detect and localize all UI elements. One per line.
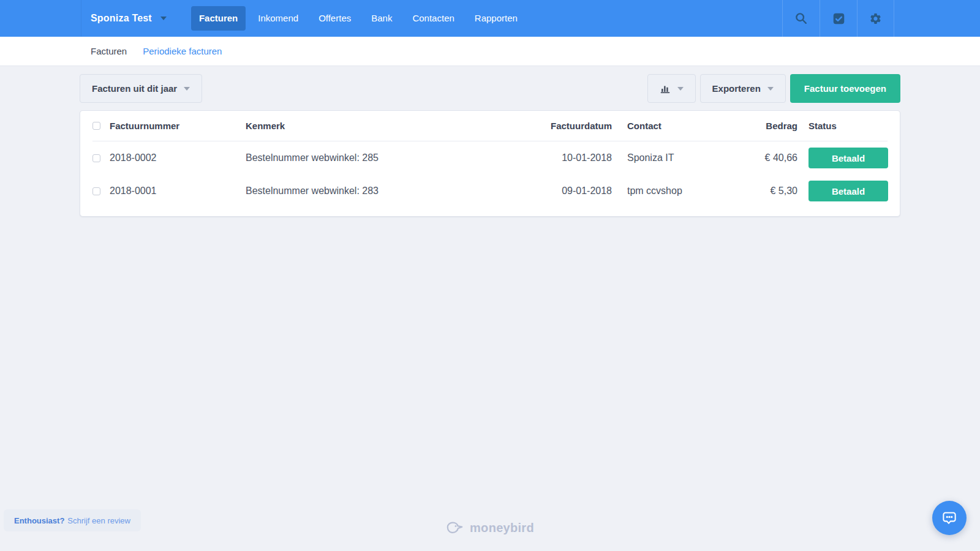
invoice-contact[interactable]: tpm ccvshop (612, 186, 756, 197)
chart-view-dropdown-button[interactable] (647, 74, 696, 103)
status-badge[interactable]: Betaald (809, 148, 888, 168)
row-checkbox[interactable] (92, 154, 100, 162)
toolbar: Facturen uit dit jaar Exporteren Factuur… (80, 74, 900, 103)
search-icon (794, 12, 808, 25)
check-square-icon (832, 12, 845, 25)
header-kenmerk: Kenmerk (246, 121, 545, 131)
chevron-down-icon (677, 87, 684, 91)
support-chat-button[interactable] (932, 501, 967, 535)
tab-contacten[interactable]: Contacten (404, 6, 462, 31)
table-row[interactable]: 2018-0001 Bestelnummer webwinkel: 283 09… (92, 174, 888, 208)
tab-facturen[interactable]: Facturen (191, 6, 246, 31)
export-label: Exporteren (712, 83, 761, 94)
settings-button[interactable] (857, 0, 894, 37)
tasks-button[interactable] (820, 0, 857, 37)
chevron-down-icon (160, 17, 167, 20)
top-navigation-bar: Sponiza Test Facturen Inkomend Offertes … (0, 0, 980, 37)
search-button[interactable] (782, 0, 820, 37)
header-contact: Contact (612, 121, 756, 131)
invoice-amount: € 5,30 (756, 186, 797, 197)
invoices-table-card: Factuurnummer Kenmerk Factuurdatum Conta… (80, 110, 900, 217)
chat-bubble-icon (940, 509, 959, 527)
invoice-number[interactable]: 2018-0002 (110, 152, 246, 163)
gear-icon (869, 12, 882, 25)
tab-rapporten[interactable]: Rapporten (467, 6, 526, 31)
invoice-amount: € 40,66 (756, 152, 797, 163)
chevron-down-icon (767, 87, 774, 91)
filter-dropdown-label: Facturen uit dit jaar (92, 83, 177, 94)
invoice-reference[interactable]: Bestelnummer webwinkel: 283 (246, 186, 545, 197)
tab-bank[interactable]: Bank (363, 6, 400, 31)
status-badge[interactable]: Betaald (809, 181, 888, 201)
tab-inkomend[interactable]: Inkomend (250, 6, 306, 31)
header-bedrag: Bedrag (756, 121, 797, 131)
invoice-date: 10-01-2018 (545, 152, 612, 163)
filter-dropdown-button[interactable]: Facturen uit dit jaar (80, 74, 202, 103)
header-status: Status (797, 121, 888, 131)
tab-offertes[interactable]: Offertes (311, 6, 359, 31)
topbar-icon-group (782, 0, 894, 37)
bar-chart-icon (660, 83, 671, 94)
subnav-periodieke-facturen[interactable]: Periodieke facturen (143, 46, 222, 56)
table-row[interactable]: 2018-0002 Bestelnummer webwinkel: 285 10… (92, 141, 888, 174)
export-dropdown-button[interactable]: Exporteren (700, 74, 786, 103)
main-nav-tabs: Facturen Inkomend Offertes Bank Contacte… (191, 6, 526, 31)
topbar-left-segment (0, 0, 81, 37)
select-all-checkbox[interactable] (92, 122, 100, 130)
moneybird-wordmark: moneybird (470, 521, 534, 535)
header-factuurnummer: Factuurnummer (110, 121, 246, 131)
moneybird-logo: moneybird (0, 520, 980, 535)
chevron-down-icon (184, 87, 190, 91)
invoice-reference[interactable]: Bestelnummer webwinkel: 285 (246, 152, 545, 163)
add-invoice-button[interactable]: Factuur toevoegen (790, 74, 900, 103)
moneybird-bird-icon (446, 520, 464, 535)
main-content: Facturen uit dit jaar Exporteren Factuur… (0, 66, 980, 217)
row-checkbox[interactable] (92, 187, 100, 195)
invoice-contact[interactable]: Sponiza IT (612, 152, 756, 163)
subnav-facturen[interactable]: Facturen (91, 46, 127, 56)
administration-name: Sponiza Test (91, 13, 152, 24)
header-factuurdatum: Factuurdatum (545, 121, 612, 131)
administration-switcher[interactable]: Sponiza Test (81, 13, 167, 24)
toolbar-actions: Exporteren Factuur toevoegen (647, 74, 900, 103)
table-header-row: Factuurnummer Kenmerk Factuurdatum Conta… (92, 111, 888, 141)
invoice-number[interactable]: 2018-0001 (110, 186, 246, 197)
secondary-navigation: Facturen Periodieke facturen (0, 37, 980, 66)
invoice-date: 09-01-2018 (545, 186, 612, 197)
